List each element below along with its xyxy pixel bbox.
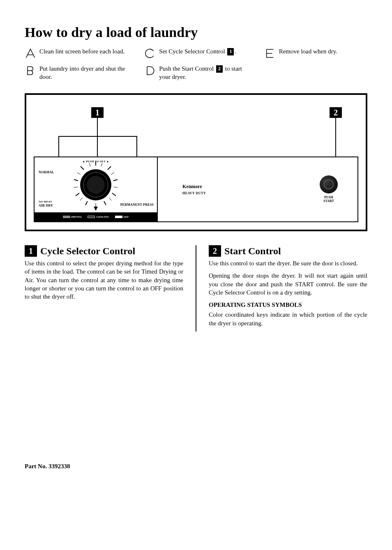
ref-2-icon: 2 <box>216 65 223 73</box>
start-control-title: Start Control <box>224 246 281 257</box>
svg-line-7 <box>104 201 106 205</box>
page: How to dry a load of laundry Clean lint … <box>0 0 392 482</box>
start-control-p1: Use this control to start the dryer. Be … <box>209 259 367 267</box>
step-a: Clean lint screen before each load. <box>25 48 128 59</box>
sub-brand-label: HEAVY DUTY <box>182 191 206 195</box>
step-c: Set Cycle Selector Control 1. <box>144 48 247 59</box>
svg-line-9 <box>76 193 79 196</box>
step-e: Remove load when dry. <box>264 48 367 59</box>
status-key-legend: DRYING COOLING OFF <box>35 212 157 221</box>
num-1-icon: 1 <box>25 245 37 257</box>
steps-grid: Clean lint screen before each load. Set … <box>25 48 367 81</box>
svg-line-14 <box>111 173 114 175</box>
operating-status-heading: OPERATING STATUS SYMBOLS <box>209 301 367 309</box>
svg-line-5 <box>113 179 118 181</box>
letter-a-icon <box>25 48 36 59</box>
cycle-selector-dial-icon <box>65 158 127 212</box>
dial-permpress-label: PERMANENT PRESS <box>120 203 154 207</box>
start-control-description: 2 Start Control Use this control to star… <box>196 245 367 331</box>
cycle-selector-title: Cycle Selector Control <box>40 246 135 257</box>
callout-1-flag: 1 <box>91 107 104 118</box>
step-e-text: Remove load when dry. <box>279 48 337 56</box>
start-control-p3: Color coordinated keys indicate in which… <box>209 311 367 327</box>
brand-section: Kenmore HEAVY DUTY <box>158 157 300 221</box>
drying-swatch-icon <box>63 216 70 218</box>
svg-line-16 <box>114 187 118 188</box>
cooling-swatch-icon <box>88 216 95 218</box>
step-a-text: Clean lint screen before each load. <box>39 48 125 56</box>
brand-label: Kenmore <box>182 184 202 190</box>
dryer-control-panel: ▲ PUSH TO SET ▲ NORMAL NO HEAT AIR DRY P… <box>34 156 358 222</box>
svg-line-11 <box>81 166 84 170</box>
svg-line-6 <box>112 193 116 196</box>
step-d-text: Push the Start Control 2 to start your d… <box>159 65 247 81</box>
dial-push-label: ▲ PUSH TO SET ▲ <box>82 160 109 163</box>
start-control-p2: Opening the door stops the dryer. It wil… <box>209 272 367 297</box>
part-number: Part No. 3392338 <box>25 463 367 470</box>
svg-line-18 <box>109 198 111 200</box>
step-b-text: Put laundry into dryer and shut the door… <box>39 65 128 81</box>
dial-normal-label: NORMAL <box>39 170 54 174</box>
svg-line-4 <box>108 166 111 170</box>
start-button-icon <box>320 175 338 193</box>
start-label: PUSH START <box>323 196 334 203</box>
svg-point-2 <box>87 176 105 194</box>
svg-line-13 <box>89 163 90 166</box>
start-section: PUSH START <box>300 157 357 221</box>
letter-c-icon <box>144 48 156 59</box>
num-2-icon: 2 <box>209 245 221 257</box>
dial-airdry-label: AIR DRY <box>39 204 53 207</box>
letter-b-icon <box>25 65 36 76</box>
controls-description: 1 Cycle Selector Control Use this contro… <box>25 245 367 331</box>
ref-1-icon: 1 <box>227 48 234 55</box>
svg-line-12 <box>101 163 102 166</box>
letter-d-icon <box>144 65 156 76</box>
svg-line-10 <box>74 179 78 181</box>
step-d: Push the Start Control 2 to start your d… <box>144 65 247 81</box>
letter-e-icon <box>264 48 276 59</box>
callout-2-flag: 2 <box>330 107 342 118</box>
off-swatch-icon <box>115 216 122 218</box>
svg-line-8 <box>85 201 88 205</box>
control-panel-figure: 1 2 ▲ PUSH TO SET ▲ NORMAL NO HEAT AIR D… <box>25 93 367 231</box>
svg-line-17 <box>74 187 78 188</box>
cycle-selector-section: ▲ PUSH TO SET ▲ NORMAL NO HEAT AIR DRY P… <box>35 157 158 221</box>
page-title: How to dry a load of laundry <box>25 25 367 40</box>
step-c-text: Set Cycle Selector Control 1. <box>159 48 236 56</box>
svg-line-19 <box>80 198 83 200</box>
cycle-selector-body: Use this control to select the proper dr… <box>25 259 183 301</box>
svg-line-15 <box>77 173 81 175</box>
cycle-selector-description: 1 Cycle Selector Control Use this contro… <box>25 245 196 331</box>
dial-noheat-label: NO HEAT <box>39 200 52 203</box>
step-b: Put laundry into dryer and shut the door… <box>25 65 128 81</box>
callout-lines: 1 2 <box>34 107 358 156</box>
